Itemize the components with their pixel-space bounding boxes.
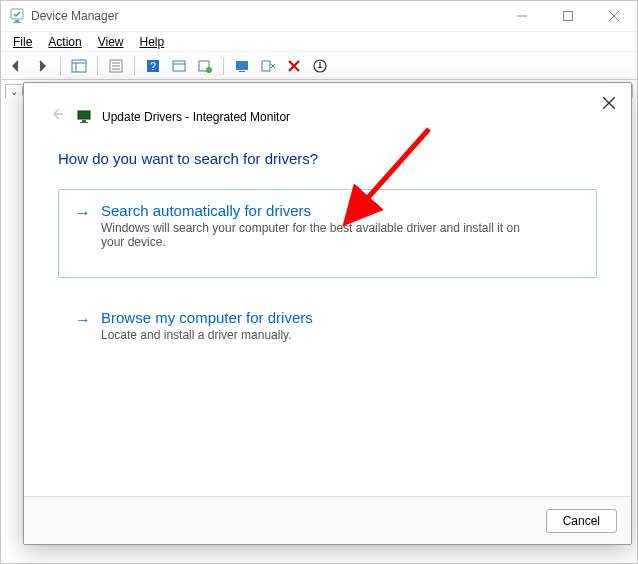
help-icon[interactable]: ?: [142, 55, 164, 77]
svg-rect-32: [82, 120, 86, 122]
dialog-body: How do you want to search for drivers? →…: [24, 128, 631, 496]
toolbar: ?: [1, 52, 637, 80]
arrow-right-icon: →: [75, 309, 91, 342]
svg-rect-22: [262, 61, 270, 71]
option-search-automatically[interactable]: → Search automatically for drivers Windo…: [58, 189, 597, 278]
menu-view-label: View: [98, 35, 124, 49]
titlebar: Device Manager: [1, 1, 637, 31]
option-auto-desc: Windows will search your computer for th…: [101, 221, 541, 249]
maximize-button[interactable]: [545, 1, 591, 31]
menubar: File Action View Help: [1, 31, 637, 52]
nav-forward-icon[interactable]: [31, 55, 53, 77]
menu-help-label: Help: [140, 35, 165, 49]
cancel-button[interactable]: Cancel: [546, 509, 617, 533]
uninstall-device-icon[interactable]: [257, 55, 279, 77]
arrow-right-icon: →: [75, 202, 91, 249]
menu-action[interactable]: Action: [40, 33, 89, 51]
back-arrow-icon[interactable]: [48, 105, 66, 128]
minimize-button[interactable]: [499, 1, 545, 31]
svg-rect-21: [239, 71, 245, 72]
add-legacy-hardware-icon[interactable]: [194, 55, 216, 77]
svg-rect-4: [564, 12, 573, 21]
menu-file[interactable]: File: [5, 33, 40, 51]
update-drivers-dialog: Update Drivers - Integrated Monitor How …: [23, 82, 632, 545]
menu-action-label: Action: [48, 35, 81, 49]
menu-help[interactable]: Help: [132, 33, 173, 51]
dialog-footer: Cancel: [24, 496, 631, 544]
menu-file-label: File: [13, 35, 32, 49]
svg-rect-31: [78, 111, 90, 119]
svg-rect-7: [72, 60, 86, 72]
close-button[interactable]: [591, 1, 637, 31]
disable-device-icon[interactable]: [283, 55, 305, 77]
window-title: Device Manager: [31, 9, 499, 23]
show-hide-tree-icon[interactable]: [68, 55, 90, 77]
dialog-title: Update Drivers - Integrated Monitor: [102, 110, 290, 124]
menu-view[interactable]: View: [90, 33, 132, 51]
svg-text:?: ?: [150, 61, 156, 72]
monitor-icon: [76, 109, 92, 125]
svg-rect-2: [13, 22, 21, 23]
update-driver-icon[interactable]: [231, 55, 253, 77]
svg-point-19: [206, 67, 212, 73]
chevron-down-icon[interactable]: ⌄: [10, 86, 18, 97]
svg-rect-33: [80, 122, 88, 123]
window-controls: [499, 1, 637, 31]
properties-icon[interactable]: [105, 55, 127, 77]
option-browse-computer[interactable]: → Browse my computer for drivers Locate …: [58, 296, 597, 357]
option-auto-title: Search automatically for drivers: [101, 202, 541, 219]
nav-back-icon[interactable]: [5, 55, 27, 77]
option-browse-desc: Locate and install a driver manually.: [101, 328, 313, 342]
app-icon: [9, 8, 25, 24]
svg-rect-1: [15, 20, 19, 22]
svg-rect-20: [236, 61, 248, 70]
option-browse-title: Browse my computer for drivers: [101, 309, 313, 326]
scan-hardware-icon[interactable]: [168, 55, 190, 77]
enable-device-icon[interactable]: [309, 55, 331, 77]
svg-rect-16: [173, 61, 185, 71]
dialog-close-button[interactable]: [595, 89, 623, 117]
dialog-header: Update Drivers - Integrated Monitor: [24, 83, 631, 128]
dialog-question: How do you want to search for drivers?: [58, 150, 597, 167]
